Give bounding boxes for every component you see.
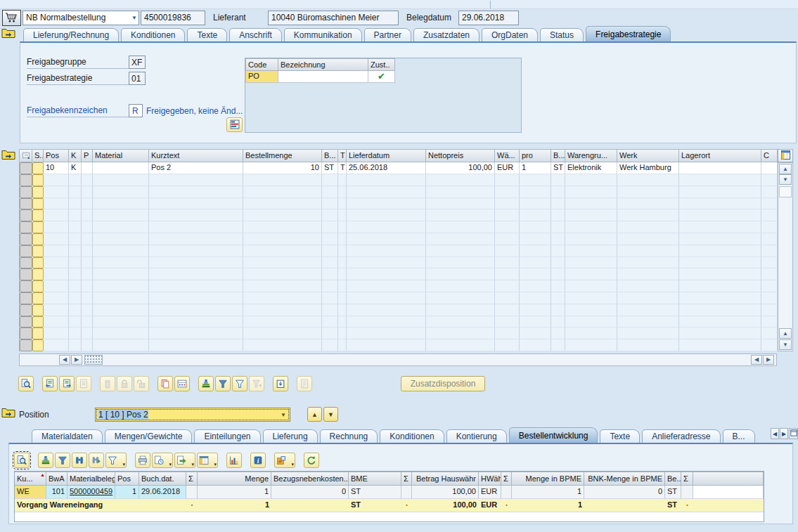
print-button[interactable] (135, 453, 150, 468)
history-column-menge-in-bpme[interactable]: Menge in BPME (512, 472, 584, 486)
item-prev-button[interactable] (42, 376, 58, 391)
item-cell-lieferdatum[interactable]: 25.06.2018 (347, 162, 426, 174)
row-status-cell[interactable] (32, 257, 44, 269)
chevron-down-icon[interactable]: ▼ (131, 15, 137, 22)
tab-lieferung[interactable]: Lieferung (263, 429, 318, 443)
collapse-header-button[interactable] (1, 27, 17, 41)
tab-anschrift[interactable]: Anschrift (229, 28, 282, 41)
doc-number-field[interactable]: 4500019836 (141, 11, 205, 25)
history-column-pos[interactable]: Pos (115, 472, 139, 486)
history-column-be-[interactable]: Be... (665, 472, 681, 486)
history-column--[interactable]: Σ (681, 472, 693, 486)
tab-status[interactable]: Status (540, 28, 584, 41)
copy-item-button[interactable] (157, 376, 173, 391)
scroll-up-button-2[interactable]: ▲ (779, 328, 792, 339)
history-cell-bme[interactable]: ST (349, 486, 401, 499)
row-status-cell[interactable] (32, 245, 44, 257)
row-status-cell[interactable] (32, 209, 44, 221)
tab-lieferung-rechnung[interactable]: Lieferung/Rechnung (23, 28, 119, 41)
scroll-left-button-2[interactable]: ◀ (751, 355, 762, 365)
history-column-filler[interactable] (693, 472, 764, 486)
tab-konditionen[interactable]: Konditionen (121, 28, 185, 41)
item-cell-p[interactable] (82, 162, 93, 174)
release-indicator-field[interactable]: R (129, 104, 143, 117)
details-button[interactable] (14, 453, 30, 468)
item-cell-lagerort[interactable] (679, 162, 761, 174)
history-column--[interactable]: Σ (401, 472, 412, 486)
item-cell-k[interactable]: K (69, 162, 82, 174)
tab-konditionen[interactable]: Konditionen (380, 429, 444, 443)
row-select-cell[interactable] (20, 339, 32, 351)
row-status-cell[interactable] (32, 280, 44, 292)
item-column-lagerort[interactable]: Lagerort (679, 149, 761, 162)
history-cell-betrag[interactable]: 100,00 (412, 486, 479, 499)
row-select-cell[interactable] (20, 245, 32, 257)
status-cell[interactable]: ✔ (368, 71, 395, 83)
row-select-cell[interactable] (20, 304, 32, 316)
scroll-down-button[interactable]: ▼ (779, 174, 792, 185)
history-column--[interactable]: Σ (186, 472, 198, 486)
next-item-button[interactable]: ▼ (323, 407, 338, 422)
tab-texte[interactable]: Texte (600, 429, 640, 443)
row-select-cell[interactable] (20, 280, 32, 292)
item-column-c[interactable]: C (761, 149, 778, 162)
tab-orgdaten[interactable]: OrgDaten (482, 28, 538, 41)
table-settings-button[interactable] (778, 149, 793, 162)
history-cell-ku[interactable]: WE (15, 486, 46, 499)
sort-descending-button[interactable] (215, 376, 231, 391)
choose-layout-button[interactable]: ▾ (197, 453, 218, 468)
description-cell[interactable] (278, 71, 368, 83)
history-column--[interactable]: Σ (501, 472, 512, 486)
info-button[interactable]: i (250, 453, 266, 468)
code-column-header[interactable]: Code (245, 58, 278, 71)
history-column-menge[interactable]: Menge (198, 472, 271, 486)
tab-rechnung[interactable]: Rechnung (320, 429, 378, 443)
row-select-cell[interactable] (20, 162, 32, 174)
tab-anlieferadresse[interactable]: Anlieferadresse (642, 429, 720, 443)
code-cell[interactable]: PO (245, 71, 278, 83)
history-column-buch-dat-[interactable]: Buch.dat. (139, 472, 186, 486)
item-cell-c[interactable] (761, 162, 778, 174)
position-combo[interactable]: 1 [ 10 ] Pos 2 ▼ (95, 408, 290, 422)
row-select-cell[interactable] (20, 327, 32, 339)
tab-texte[interactable]: Texte (187, 28, 227, 41)
history-cell-hwaehr[interactable]: EUR (479, 486, 501, 499)
history-column-bwa[interactable]: BwA (46, 472, 67, 486)
scroll-left-button[interactable]: ◀ (59, 355, 70, 365)
tab-b-[interactable]: B... (723, 429, 755, 443)
item-column-wä-[interactable]: Wä... (495, 149, 520, 162)
scroll-down-button-2[interactable]: ▼ (779, 339, 792, 350)
sort-asc-button[interactable] (38, 453, 53, 468)
graphic-button[interactable] (226, 453, 242, 468)
history-column-bnk-menge-in-bpme[interactable]: BNK-Menge in BPME (584, 472, 665, 486)
collapse-detail-button[interactable] (1, 407, 17, 420)
history-cell-be[interactable]: ST (665, 486, 681, 499)
status-column-header[interactable]: Zust.. (368, 58, 395, 71)
item-cell-bestellmenge[interactable]: 10 (243, 162, 322, 174)
horizontal-scrollbar[interactable]: ◀ ▶ ◀ ▶ (19, 353, 777, 366)
history-cell-buchdat[interactable]: 29.06.2018 (139, 486, 186, 499)
scroll-right-button[interactable]: ▶ (71, 355, 82, 365)
item-cell-bme[interactable]: ST (322, 162, 338, 174)
refresh-button[interactable] (304, 453, 319, 468)
item-column-p[interactable]: P (82, 149, 93, 162)
history-column-ku-[interactable]: Ku...▲ (15, 472, 46, 486)
tab-freigabestrategie[interactable]: Freigabestrategie (586, 26, 671, 41)
history-cell-s2[interactable] (401, 486, 412, 499)
row-status-cell[interactable] (32, 327, 44, 339)
history-column-materialbeleg[interactable]: Materialbeleg (67, 472, 115, 486)
zusatzdisposition-button[interactable]: Zusatzdisposition (401, 376, 485, 391)
row-select-cell[interactable] (20, 268, 32, 280)
item-cell-pos[interactable]: 10 (44, 162, 69, 174)
item-cell-kurztext[interactable]: Pos 2 (149, 162, 243, 174)
release-group-field[interactable]: XF (129, 56, 146, 69)
history-cell-pos[interactable]: 1 (115, 486, 139, 499)
history-cell-bwa[interactable]: 101 (46, 486, 67, 499)
history-column-hwähr[interactable]: HWähr (479, 472, 501, 486)
tab-kontierung[interactable]: Kontierung (446, 429, 507, 443)
description-column-header[interactable]: Bezeichnung (278, 58, 368, 71)
scroll-right-button-2[interactable]: ▶ (763, 355, 774, 365)
row-status-cell[interactable] (32, 316, 44, 328)
row-select-cell[interactable] (20, 221, 32, 233)
sort-ascending-button[interactable] (198, 376, 214, 391)
